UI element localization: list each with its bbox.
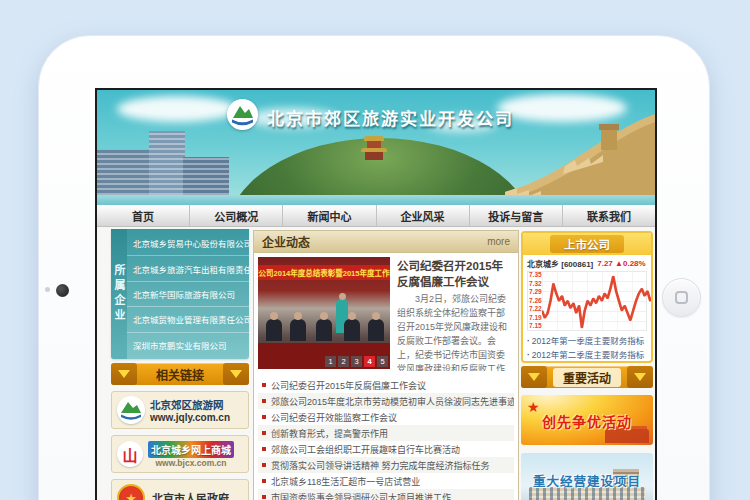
featured-article-body: 3月2日，郊旅公司纪委组织系统全体纪检监察干部召开2015年党风廉政建设和反腐败… xyxy=(397,293,512,371)
stock-sparkline-path xyxy=(542,276,653,327)
featured-article-title[interactable]: 公司纪委召开2015年反腐倡廉工作会议 xyxy=(397,259,512,290)
subsidiaries-panel: 所属企业 北京城乡贸易中心股份有限公司 北京城乡旅游汽车出租有限责任公司 北京新… xyxy=(111,229,249,359)
page-number[interactable]: 3 xyxy=(351,356,362,367)
more-link[interactable]: more xyxy=(487,236,510,247)
photo-person xyxy=(368,319,384,341)
nav-item-news-center[interactable]: 新闻中心 xyxy=(283,205,376,226)
jqly-site-name: 北京郊区旅游网 xyxy=(150,397,230,412)
news-photo[interactable]: 旅公司2014年度总结表彰暨2015年度工作部 1 2 3 4 xyxy=(258,257,390,369)
listed-company-panel: 上市公司 北京城乡 [600861] 7.27 ▲0.28% 7.35 7.32… xyxy=(521,231,653,363)
listed-company-title: 上市公司 xyxy=(550,235,624,253)
bullet-icon xyxy=(262,399,266,403)
company-link[interactable]: 北京城乡旅游汽车出租有限责任公司 xyxy=(127,256,249,281)
arrow-down-icon xyxy=(118,370,130,378)
company-link[interactable]: 北京城贸物业管理有限责任公司 xyxy=(127,307,249,332)
scroll-down-button[interactable] xyxy=(627,366,653,388)
bullet-icon xyxy=(262,495,266,499)
company-link[interactable]: 北京新华国际旅游有限公司 xyxy=(127,282,249,307)
stock-chart[interactable]: 7.35 7.32 7.29 7.26 7.22 7.19 7.15 xyxy=(527,271,647,331)
jqly-logo-icon xyxy=(117,396,145,424)
photo-person xyxy=(290,319,306,341)
tablet-screen: 北京市郊区旅游实业开发公司 首页 公司概况 新闻中心 企业风采 投诉与留言 联系… xyxy=(95,88,657,500)
page-number[interactable]: 1 xyxy=(325,356,336,367)
gov-site-name: 北京市人民政府 xyxy=(152,490,229,500)
enterprise-news-title: 企业动态 xyxy=(262,233,310,250)
company-link[interactable]: 深圳市京鹏实业有限公司 xyxy=(127,333,249,357)
subsidiaries-list: 北京城乡贸易中心股份有限公司 北京城乡旅游汽车出租有限责任公司 北京新华国际旅游… xyxy=(127,229,249,359)
right-sidebar: 上市公司 北京城乡 [600861] 7.27 ▲0.28% 7.35 7.32… xyxy=(521,231,653,500)
nav-item-company-profile[interactable]: 公司概况 xyxy=(190,205,283,226)
nav-item-enterprise-style[interactable]: 企业风采 xyxy=(377,205,470,226)
stock-price-change: 7.27 ▲0.28% xyxy=(597,259,645,268)
hotel-buildings-illustration xyxy=(183,157,229,195)
related-link-jqly[interactable]: 北京郊区旅游网 www.jqly.com.cn xyxy=(111,391,249,429)
header-banner: 北京市郊区旅游实业开发公司 xyxy=(97,90,655,205)
activity-banner-pioneer[interactable]: ★ 创先争优活动 xyxy=(521,395,653,445)
bjcx-logo-icon: 山 xyxy=(117,441,143,467)
company-link[interactable]: 北京城乡贸易中心股份有限公司 xyxy=(127,231,249,256)
lake-illustration xyxy=(97,195,655,205)
home-button-icon xyxy=(675,291,688,304)
photo-banner-text: 旅公司2014年度总结表彰暨2015年度工作部 xyxy=(258,265,390,280)
bjcx-site-name: 北京城乡网上商城 xyxy=(148,441,234,458)
news-list-item[interactable]: 公司纪委召开效能监察工作会议 xyxy=(258,409,514,425)
bullet-icon xyxy=(262,479,266,483)
activity-banner-pioneer-text: 创先争优活动 xyxy=(521,411,653,431)
webpage: 北京市郊区旅游实业开发公司 首页 公司概况 新闻中心 企业风采 投诉与留言 联系… xyxy=(97,90,655,500)
bullet-icon xyxy=(262,383,266,387)
news-list: 公司纪委召开2015年反腐倡廉工作会议 郊旅公司2015年度北京市劳动模范初审人… xyxy=(258,377,514,500)
related-links-title: 相关链接 xyxy=(156,366,204,383)
related-link-bjcx-mall[interactable]: 山 北京城乡网上商城 www.bjcx.com.cn xyxy=(111,435,249,473)
financial-report-link[interactable]: 2012年第二季度主要财务指标 xyxy=(527,349,647,363)
page-background: 北京市郊区旅游实业开发公司 首页 公司概况 新闻中心 企业风采 投诉与留言 联系… xyxy=(0,0,750,500)
main-navigation: 首页 公司概况 新闻中心 企业风采 投诉与留言 联系我们 xyxy=(97,205,655,227)
bjcx-site-url: www.bjcx.com.cn xyxy=(148,458,234,468)
bullet-icon xyxy=(262,431,266,435)
financial-report-link[interactable]: 2012年第一季度主要财务指标 xyxy=(527,335,647,349)
stock-line-chart xyxy=(542,274,653,330)
camera-dot xyxy=(56,284,69,297)
featured-article: 公司纪委召开2015年反腐倡廉工作会议 3月2日，郊旅公司纪委组织系统全体纪检监… xyxy=(390,257,514,371)
temple-illustration xyxy=(359,136,389,160)
national-emblem-icon: ★ xyxy=(117,484,145,500)
news-list-item[interactable]: 北京城乡118生活汇超市一号店试营业 xyxy=(258,473,514,489)
scroll-down-button[interactable] xyxy=(223,363,249,385)
news-list-item[interactable]: 贯彻落实公司领导讲话精神 努力完成年度经济指标任务 xyxy=(258,457,514,473)
activity-banner-projects[interactable]: 重大经营建设项目 xyxy=(521,453,653,500)
arrow-down-icon xyxy=(634,373,646,381)
arrow-down-icon xyxy=(230,370,242,378)
news-list-item[interactable]: 郊旅公司工会组织职工开展趣味自行车比赛活动 xyxy=(258,441,514,457)
scroll-up-button[interactable] xyxy=(521,366,547,388)
news-list-item[interactable]: 市国资委监事会领导调研公司大项目推进工作 xyxy=(258,489,514,500)
home-button[interactable] xyxy=(662,278,701,317)
news-list-item[interactable]: 创新教育形式，提高警示作用 xyxy=(258,425,514,441)
enterprise-news-header: 企业动态 more xyxy=(254,231,518,253)
jqly-site-url: www.jqly.com.cn xyxy=(150,412,230,423)
news-list-item[interactable]: 公司纪委召开2015年反腐倡廉工作会议 xyxy=(258,377,514,393)
important-activities-header-bar: 重要活动 xyxy=(521,366,653,388)
ambient-sensor-dot xyxy=(45,287,50,292)
bullet-icon xyxy=(262,415,266,419)
bullet-icon xyxy=(262,447,266,451)
news-list-item[interactable]: 郊旅公司2015年度北京市劳动模范初审人员徐波同志先进事迹 xyxy=(258,393,514,409)
hotel-buildings-illustration xyxy=(149,131,185,195)
stock-chart-y-axis: 7.35 7.32 7.29 7.26 7.22 7.19 7.15 xyxy=(529,272,542,330)
page-number[interactable]: 5 xyxy=(377,356,388,367)
financial-report-links: 2012年第一季度主要财务指标 2012年第二季度主要财务指标 xyxy=(523,332,651,362)
related-link-beijing-gov[interactable]: ★ 北京市人民政府 xyxy=(111,479,249,500)
subsidiaries-vertical-label: 所属企业 xyxy=(111,229,127,359)
nav-item-contact[interactable]: 联系我们 xyxy=(563,205,655,226)
photo-person xyxy=(344,319,360,341)
activity-banner-projects-text: 重大经营建设项目 xyxy=(521,471,653,490)
photo-pagination: 1 2 3 4 5 xyxy=(325,356,388,367)
page-number[interactable]: 2 xyxy=(338,356,349,367)
left-sidebar: 所属企业 北京城乡贸易中心股份有限公司 北京城乡旅游汽车出租有限责任公司 北京新… xyxy=(111,229,249,500)
nav-item-complaints[interactable]: 投诉与留言 xyxy=(470,205,563,226)
related-links-header-bar: 相关链接 xyxy=(111,363,249,385)
scroll-up-button[interactable] xyxy=(111,363,137,385)
page-number-active[interactable]: 4 xyxy=(364,356,375,367)
bullet-icon xyxy=(262,463,266,467)
photo-person xyxy=(266,319,282,341)
hotel-buildings-illustration xyxy=(97,149,151,195)
nav-item-home[interactable]: 首页 xyxy=(97,205,190,226)
